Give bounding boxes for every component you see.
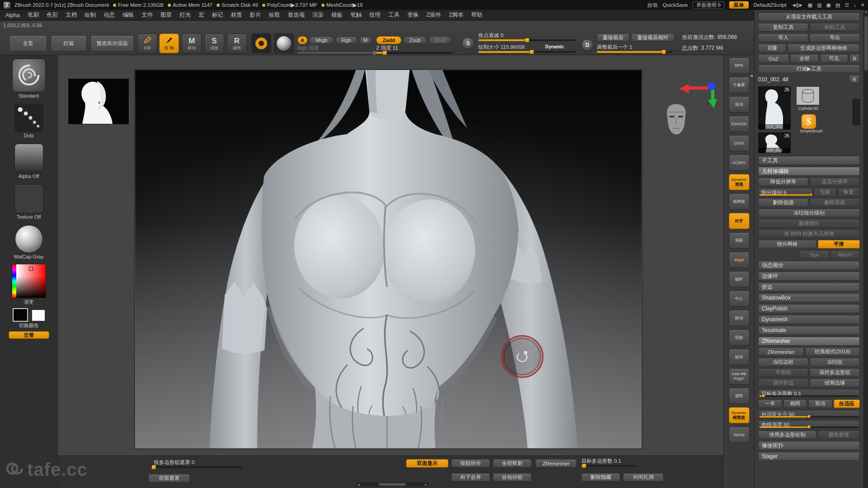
- active-tool-thumbnail[interactable]: 26 010_002: [758, 86, 791, 130]
- double-button[interactable]: 双倍: [808, 399, 832, 408]
- lower-res-button[interactable]: 降低分辨率: [758, 178, 808, 186]
- scroll-left-icon[interactable]: ◄: [357, 483, 360, 486]
- zremesher-button-bottom[interactable]: ZRemesher: [535, 459, 577, 468]
- menubar-item[interactable]: 宏: [198, 11, 204, 19]
- shelf-perspective-button[interactable]: Dynamic透视: [729, 174, 750, 190]
- close-icon[interactable]: ✕: [861, 2, 864, 8]
- lightbox-button[interactable]: 灯箱: [51, 35, 87, 52]
- shelf-loop-button[interactable]: 循环: [729, 271, 750, 287]
- preview-boolean-button[interactable]: 预览布尔渲染: [90, 35, 134, 52]
- redo-last-relative-button[interactable]: 重做最后相对: [631, 33, 675, 42]
- smooth-groups-button[interactable]: 平滑组: [758, 368, 808, 377]
- shelf-actual-size-button[interactable]: 100%: [729, 135, 750, 151]
- rgb-intensity-slider[interactable]: Rgb 强度: [297, 45, 374, 54]
- zremesher-button[interactable]: ZRemesher: [758, 347, 804, 356]
- menubar-item[interactable]: 纹理: [369, 11, 381, 19]
- classic-mode-button[interactable]: 经典模式(2018): [805, 347, 860, 356]
- color-picker[interactable]: [12, 264, 46, 298]
- edit-button[interactable]: Edit: [137, 33, 157, 53]
- make-polymesh3d-button[interactable]: 生成多边形网格物体: [788, 44, 860, 52]
- scroll-right-icon[interactable]: ►: [425, 483, 428, 486]
- geometry-section-header[interactable]: 几何体编辑: [758, 167, 860, 176]
- shelf-floor-grid-button[interactable]: 地网格: [729, 193, 750, 210]
- shelf-scroll-button[interactable]: 滚动: [729, 96, 750, 113]
- menubar-item[interactable]: 图层: [160, 11, 172, 19]
- secondary-color-swatch[interactable]: [32, 310, 45, 321]
- move-mode-button[interactable]: M 移动: [182, 33, 202, 53]
- menubar-item[interactable]: 变换: [407, 11, 419, 19]
- shelf-move-2d-button[interactable]: 移动: [729, 310, 750, 326]
- section-stager[interactable]: Stager: [758, 452, 860, 461]
- project-all-button[interactable]: 全部投射: [493, 459, 532, 468]
- section-shadowbox[interactable]: ShadowBox: [758, 293, 860, 302]
- quicksave-button[interactable]: QuickSave: [663, 2, 688, 8]
- menubar-item[interactable]: Alpha: [5, 12, 20, 19]
- keep-groups-button[interactable]: 保持多边形组: [810, 368, 860, 377]
- ui-transparency-control[interactable]: 界面透明 0: [693, 1, 724, 9]
- menubar-item[interactable]: Z脚本: [449, 11, 464, 19]
- section-tessimate[interactable]: Tessimate: [758, 326, 860, 335]
- goz-all-button[interactable]: 全部: [790, 54, 818, 63]
- texture-thumbnail[interactable]: [14, 184, 43, 213]
- zcut-button[interactable]: Zcut: [429, 36, 451, 44]
- freeze-groups-button[interactable]: 冻结组: [810, 358, 860, 366]
- shelf-wax-preview-button[interactable]: Dynamic蜡预览: [729, 407, 750, 423]
- menubar-item[interactable]: 拾取: [269, 11, 280, 19]
- keep-creases-button[interactable]: 保持折边: [758, 379, 808, 387]
- menubar-item[interactable]: 笔刷: [28, 11, 39, 19]
- shelf-aa-half-button[interactable]: AC50%: [729, 155, 750, 171]
- menubar-item[interactable]: 首选项: [288, 11, 305, 19]
- menubar-item[interactable]: Z插件: [426, 11, 441, 19]
- menubar-item[interactable]: 影片: [250, 11, 261, 19]
- document-canvas[interactable]: [135, 70, 642, 448]
- import-button[interactable]: 导入: [758, 33, 808, 42]
- curve-strength-slider[interactable]: 曲线强度 50: [758, 420, 860, 429]
- adjust-last-slider[interactable]: 调整最后一个 1: [597, 44, 673, 53]
- menubar-item[interactable]: 材质: [231, 11, 242, 19]
- shelf-center-button[interactable]: 中心: [729, 291, 750, 307]
- alternate-button[interactable]: 交替: [9, 331, 49, 339]
- cage-button[interactable]: 包素: [814, 188, 836, 197]
- section-modify-topology[interactable]: 修改拓扑: [758, 441, 860, 450]
- clone-button[interactable]: 克隆: [758, 44, 786, 52]
- alpha-thumbnail[interactable]: [14, 144, 43, 173]
- stroke-preview-button[interactable]: [251, 33, 271, 53]
- m-button[interactable]: M: [359, 36, 372, 44]
- section-edge-loop[interactable]: 边缘环: [758, 272, 860, 281]
- goz-r-button[interactable]: R: [849, 54, 860, 63]
- smt-button[interactable]: 平滑: [818, 240, 860, 249]
- del-hidden-button[interactable]: 删除隐藏: [581, 473, 620, 482]
- shelf-sym-xyz-button[interactable]: ⊙xyz: [729, 252, 750, 268]
- shelf-spix-button[interactable]: 子像素: [729, 77, 750, 93]
- goz-button[interactable]: GoZ: [758, 54, 789, 63]
- scrollbar-thumb[interactable]: [379, 483, 406, 486]
- menubar-item[interactable]: 绘制: [85, 11, 96, 19]
- draw-mode-button[interactable]: 绘 制: [159, 33, 179, 53]
- shelf-polyframe-button[interactable]: Line FillPolyF: [729, 368, 750, 385]
- suv-button[interactable]: Suv: [800, 250, 829, 259]
- menubar-item[interactable]: 灯光: [179, 11, 191, 19]
- menubar-item[interactable]: 编辑: [123, 11, 134, 19]
- close-holes-button[interactable]: 封闭孔洞: [623, 473, 664, 482]
- copy-tool-button[interactable]: 复制工具: [758, 23, 808, 32]
- hamburger-menu-icon[interactable]: ☰: [844, 2, 849, 8]
- target-polygons-slider[interactable]: 目标多边形数 0.1: [758, 389, 860, 398]
- tool-thumbnail-second[interactable]: 26 010_002: [758, 132, 791, 153]
- menubar-item[interactable]: 笔触: [350, 11, 362, 19]
- stroke-thumbnail[interactable]: [14, 103, 43, 132]
- auto-label[interactable]: 自动: [647, 2, 658, 9]
- rgb-button[interactable]: Rgb: [335, 36, 357, 44]
- section-dynamesh[interactable]: Dynamesh: [758, 315, 860, 324]
- section-zremesher[interactable]: ZRemesher: [758, 337, 860, 346]
- shelf-zoom2d-button[interactable]: Zoom2D: [729, 116, 750, 132]
- del-lower-button[interactable]: 删除低级: [758, 198, 808, 207]
- adaptive-button[interactable]: 自适应: [834, 399, 860, 408]
- primary-color-swatch[interactable]: [13, 308, 28, 322]
- zadd-button[interactable]: Zadd: [376, 36, 401, 44]
- adaptive-size-slider[interactable]: 自适应大小 50: [758, 410, 860, 418]
- tool-thumbnail-partial[interactable]: [853, 99, 860, 125]
- menubar-item[interactable]: 动态: [104, 11, 115, 19]
- menu-button[interactable]: 菜单: [729, 1, 749, 9]
- doc-h-scrollbar[interactable]: ◄ ►: [356, 482, 429, 487]
- del-higher-button[interactable]: 删除高级: [810, 198, 860, 207]
